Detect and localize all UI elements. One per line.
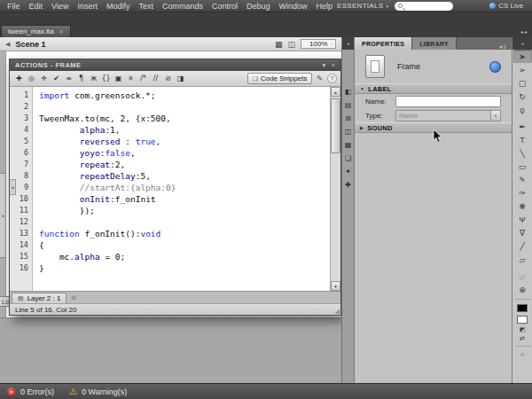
remove-comment-icon[interactable]: ⊘ <box>162 73 174 85</box>
color-panel-icon[interactable]: ◧ <box>342 85 354 98</box>
resize-grip[interactable]: ◢ <box>335 308 340 315</box>
code-token <box>39 183 80 192</box>
tab-close-icon[interactable]: ✕ <box>59 28 64 35</box>
bone-tool[interactable]: Ψ <box>513 213 532 226</box>
tab-properties[interactable]: PROPERTIES <box>355 37 412 50</box>
3d-rotation-tool[interactable]: ↻ <box>513 90 532 103</box>
help-icon[interactable]: ? <box>327 74 337 83</box>
menu-item-commands[interactable]: Commands <box>158 0 207 12</box>
brush-tool[interactable]: ✑ <box>513 186 532 200</box>
add-item-icon[interactable]: ✚ <box>13 73 25 85</box>
subselection-tool[interactable]: ➢ <box>513 63 532 76</box>
align-panel-icon[interactable]: ⊞ <box>342 112 354 125</box>
collapsed-panel-grip[interactable]: ◂ <box>0 173 6 258</box>
document-tab[interactable]: tween_max.fla ✕ <box>1 25 71 37</box>
code-token: onInit <box>80 194 110 204</box>
selection-tool[interactable]: ➤ <box>513 50 532 63</box>
menu-item-debug[interactable]: Debug <box>242 0 275 12</box>
name-input[interactable] <box>395 96 501 107</box>
menu-item-insert[interactable]: Insert <box>73 0 102 12</box>
insert-target-path-icon[interactable]: ✛ <box>38 73 50 85</box>
fill-color-swatch[interactable] <box>517 316 528 324</box>
expand-all-icon[interactable]: ✳ <box>125 73 137 85</box>
scroll-up-icon[interactable]: ▲ <box>331 87 340 97</box>
sound-section-header[interactable]: ▶ SOUND <box>355 122 512 133</box>
code-snippets-button[interactable]: ❏ Code Snippets <box>247 73 313 84</box>
eraser-tool[interactable]: ▱ <box>513 253 532 266</box>
script-tab[interactable]: ▤ Layer 2 : 1 <box>12 293 66 303</box>
info-panel-icon[interactable]: ◫ <box>342 125 354 138</box>
show-code-hint-icon[interactable]: ¶ <box>75 73 87 85</box>
panel-menu-icon[interactable]: ≡ <box>331 62 335 68</box>
label-section-header[interactable]: ▼ LABEL <box>355 83 512 94</box>
block-comment-icon[interactable]: /* <box>137 73 149 85</box>
search-input[interactable] <box>405 3 450 10</box>
toolbox-toggle-button[interactable]: ◂ <box>10 179 16 195</box>
show-toolbox-icon[interactable]: ◨ <box>175 73 186 85</box>
menu-item-file[interactable]: File <box>3 0 25 12</box>
menu-item-text[interactable]: Text <box>134 0 158 12</box>
info-icon[interactable] <box>489 61 501 73</box>
line-comment-icon[interactable]: // <box>150 73 161 85</box>
black-white-button[interactable]: ◩ <box>520 325 526 334</box>
workspace-switcher[interactable]: ESSENTIALS ▾ <box>337 2 388 10</box>
expand-tools-dock-icon[interactable]: ◂ <box>512 37 532 50</box>
swap-colors-button[interactable]: ⇄ <box>520 334 525 343</box>
free-transform-tool[interactable]: ▢ <box>513 76 532 90</box>
code-token: //startAt:{alpha:0} <box>80 183 176 192</box>
pen-tool[interactable]: ✒ <box>513 120 532 133</box>
menu-item-modify[interactable]: Modify <box>102 0 135 12</box>
edit-symbol-icon[interactable]: ◫ <box>287 40 295 49</box>
code-line: yoyo:false, <box>39 147 330 159</box>
motion-presets-panel-icon[interactable]: ✚ <box>342 178 354 192</box>
lasso-tool[interactable]: ϙ <box>513 103 532 116</box>
transform-panel-icon[interactable]: ▦ <box>342 138 354 152</box>
expand-dock-icon[interactable]: ◂ <box>342 37 354 50</box>
snap-to-objects-button[interactable]: ∩ <box>520 349 524 358</box>
code-lines[interactable]: import com.greensock.*;TweenMax.to(mc, 2… <box>33 87 330 291</box>
collapse-selection-icon[interactable]: ▣ <box>113 73 124 85</box>
menu-item-help[interactable]: Help <box>312 0 338 12</box>
eyedropper-tool[interactable]: ╱ <box>513 239 532 253</box>
menu-item-view[interactable]: View <box>47 0 73 12</box>
pencil-tool[interactable]: ✎ <box>513 173 532 186</box>
edit-scene-icon[interactable]: ▦ <box>275 40 283 49</box>
text-tool[interactable]: T <box>513 133 532 146</box>
zoom-tool[interactable]: ⊕ <box>513 283 532 296</box>
deco-tool[interactable]: ❋ <box>513 200 532 213</box>
collapse-panel-icon[interactable]: ▾ <box>322 62 325 69</box>
scrollbar-thumb[interactable] <box>331 98 340 153</box>
menu-item-window[interactable]: Window <box>275 0 312 12</box>
code-token <box>39 194 80 204</box>
components-panel-icon[interactable]: ✦ <box>342 165 354 178</box>
menu-item-control[interactable]: Control <box>207 0 242 12</box>
code-line: repeatDelay:5, <box>39 170 330 182</box>
pin-script-icon[interactable]: ⊙ <box>71 294 76 301</box>
zoom-control[interactable]: 100% ▾ <box>301 39 336 49</box>
script-assist-icon[interactable]: ✎ <box>317 74 323 82</box>
line-number: 5 <box>10 136 28 147</box>
search-box[interactable] <box>395 2 453 11</box>
collapse-braces-icon[interactable]: {} <box>100 73 112 85</box>
line-tool[interactable]: ╲ <box>513 146 532 160</box>
rectangle-tool[interactable]: ▭ <box>513 160 532 173</box>
check-syntax-icon[interactable]: ✔ <box>51 73 62 85</box>
auto-format-icon[interactable]: ≡ <box>63 73 74 85</box>
panel-menu-icon[interactable]: ▾≡ <box>499 43 512 50</box>
cs-live-button[interactable]: CS Live <box>489 2 523 10</box>
type-select[interactable]: Name ▼ <box>395 110 501 121</box>
debug-options-icon[interactable]: ж <box>88 73 99 85</box>
swatches-panel-icon[interactable]: ▤ <box>342 98 354 112</box>
actions-panel-header[interactable]: ACTIONS - FRAME ▾≡ <box>10 59 340 71</box>
collapse-docks-icon[interactable]: ◂◂ <box>516 28 532 37</box>
scroll-down-icon[interactable]: ▼ <box>331 281 340 291</box>
menu-item-edit[interactable]: Edit <box>25 0 48 12</box>
find-icon[interactable]: ◎ <box>26 73 37 85</box>
code-snippets-panel-icon[interactable]: ❏ <box>342 152 354 165</box>
stroke-color-swatch[interactable] <box>517 304 528 312</box>
hand-tool[interactable]: ☞ <box>513 270 532 283</box>
paint-bucket-tool[interactable]: ∇ <box>513 226 532 239</box>
back-icon[interactable]: ◀ <box>5 41 10 48</box>
tab-library[interactable]: LIBRARY <box>412 37 457 50</box>
vertical-scrollbar[interactable]: ▲ ▼ <box>330 87 340 291</box>
